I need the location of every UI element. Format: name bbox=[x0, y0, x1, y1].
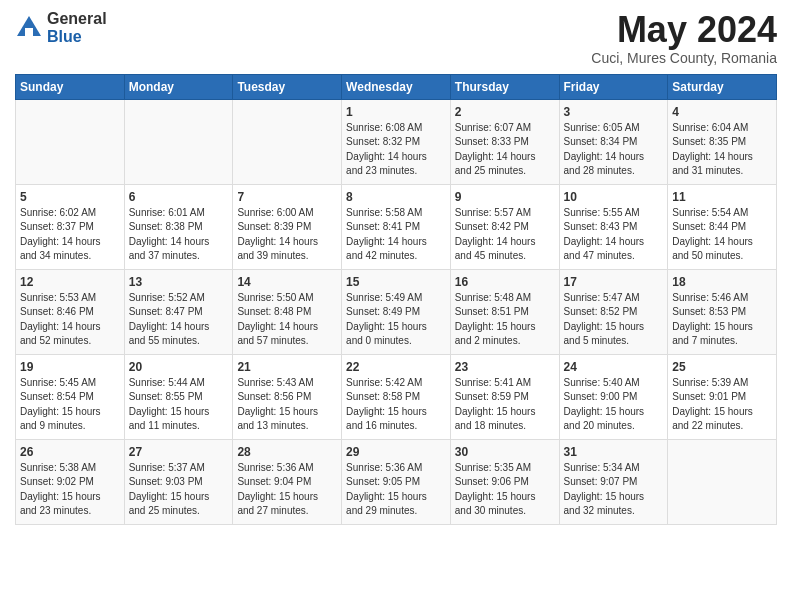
day-number: 17 bbox=[564, 275, 664, 289]
header-day-tuesday: Tuesday bbox=[233, 74, 342, 99]
location-subtitle: Cuci, Mures County, Romania bbox=[591, 50, 777, 66]
calendar-day-cell: 10Sunrise: 5:55 AM Sunset: 8:43 PM Dayli… bbox=[559, 184, 668, 269]
calendar-week-row: 26Sunrise: 5:38 AM Sunset: 9:02 PM Dayli… bbox=[16, 439, 777, 524]
day-number: 29 bbox=[346, 445, 446, 459]
day-number: 11 bbox=[672, 190, 772, 204]
day-info: Sunrise: 5:44 AM Sunset: 8:55 PM Dayligh… bbox=[129, 376, 229, 434]
page-header: General Blue May 2024 Cuci, Mures County… bbox=[15, 10, 777, 66]
day-info: Sunrise: 6:05 AM Sunset: 8:34 PM Dayligh… bbox=[564, 121, 664, 179]
day-number: 28 bbox=[237, 445, 337, 459]
day-number: 25 bbox=[672, 360, 772, 374]
day-info: Sunrise: 5:36 AM Sunset: 9:05 PM Dayligh… bbox=[346, 461, 446, 519]
day-number: 13 bbox=[129, 275, 229, 289]
day-number: 15 bbox=[346, 275, 446, 289]
day-number: 26 bbox=[20, 445, 120, 459]
logo: General Blue bbox=[15, 10, 107, 46]
day-number: 16 bbox=[455, 275, 555, 289]
day-number: 7 bbox=[237, 190, 337, 204]
day-number: 27 bbox=[129, 445, 229, 459]
calendar-day-cell: 20Sunrise: 5:44 AM Sunset: 8:55 PM Dayli… bbox=[124, 354, 233, 439]
calendar-day-cell: 17Sunrise: 5:47 AM Sunset: 8:52 PM Dayli… bbox=[559, 269, 668, 354]
month-year-title: May 2024 bbox=[591, 10, 777, 50]
calendar-day-cell: 28Sunrise: 5:36 AM Sunset: 9:04 PM Dayli… bbox=[233, 439, 342, 524]
calendar-day-cell: 13Sunrise: 5:52 AM Sunset: 8:47 PM Dayli… bbox=[124, 269, 233, 354]
calendar-day-cell: 1Sunrise: 6:08 AM Sunset: 8:32 PM Daylig… bbox=[342, 99, 451, 184]
calendar-day-cell bbox=[16, 99, 125, 184]
day-number: 21 bbox=[237, 360, 337, 374]
day-number: 9 bbox=[455, 190, 555, 204]
calendar-day-cell: 15Sunrise: 5:49 AM Sunset: 8:49 PM Dayli… bbox=[342, 269, 451, 354]
calendar-day-cell: 3Sunrise: 6:05 AM Sunset: 8:34 PM Daylig… bbox=[559, 99, 668, 184]
calendar-day-cell: 26Sunrise: 5:38 AM Sunset: 9:02 PM Dayli… bbox=[16, 439, 125, 524]
calendar-day-cell: 29Sunrise: 5:36 AM Sunset: 9:05 PM Dayli… bbox=[342, 439, 451, 524]
day-info: Sunrise: 6:07 AM Sunset: 8:33 PM Dayligh… bbox=[455, 121, 555, 179]
day-info: Sunrise: 5:48 AM Sunset: 8:51 PM Dayligh… bbox=[455, 291, 555, 349]
day-number: 10 bbox=[564, 190, 664, 204]
day-number: 20 bbox=[129, 360, 229, 374]
calendar-day-cell: 2Sunrise: 6:07 AM Sunset: 8:33 PM Daylig… bbox=[450, 99, 559, 184]
calendar-day-cell: 21Sunrise: 5:43 AM Sunset: 8:56 PM Dayli… bbox=[233, 354, 342, 439]
day-info: Sunrise: 5:54 AM Sunset: 8:44 PM Dayligh… bbox=[672, 206, 772, 264]
title-block: May 2024 Cuci, Mures County, Romania bbox=[591, 10, 777, 66]
logo-icon bbox=[15, 14, 43, 42]
day-info: Sunrise: 5:45 AM Sunset: 8:54 PM Dayligh… bbox=[20, 376, 120, 434]
day-info: Sunrise: 5:43 AM Sunset: 8:56 PM Dayligh… bbox=[237, 376, 337, 434]
calendar-day-cell: 11Sunrise: 5:54 AM Sunset: 8:44 PM Dayli… bbox=[668, 184, 777, 269]
day-number: 24 bbox=[564, 360, 664, 374]
header-day-thursday: Thursday bbox=[450, 74, 559, 99]
day-number: 3 bbox=[564, 105, 664, 119]
calendar-day-cell: 14Sunrise: 5:50 AM Sunset: 8:48 PM Dayli… bbox=[233, 269, 342, 354]
day-number: 6 bbox=[129, 190, 229, 204]
calendar-day-cell: 4Sunrise: 6:04 AM Sunset: 8:35 PM Daylig… bbox=[668, 99, 777, 184]
day-info: Sunrise: 5:46 AM Sunset: 8:53 PM Dayligh… bbox=[672, 291, 772, 349]
day-info: Sunrise: 5:37 AM Sunset: 9:03 PM Dayligh… bbox=[129, 461, 229, 519]
header-day-sunday: Sunday bbox=[16, 74, 125, 99]
day-number: 2 bbox=[455, 105, 555, 119]
header-day-wednesday: Wednesday bbox=[342, 74, 451, 99]
day-number: 1 bbox=[346, 105, 446, 119]
day-info: Sunrise: 5:39 AM Sunset: 9:01 PM Dayligh… bbox=[672, 376, 772, 434]
calendar-day-cell: 5Sunrise: 6:02 AM Sunset: 8:37 PM Daylig… bbox=[16, 184, 125, 269]
calendar-day-cell: 19Sunrise: 5:45 AM Sunset: 8:54 PM Dayli… bbox=[16, 354, 125, 439]
day-number: 23 bbox=[455, 360, 555, 374]
calendar-day-cell: 30Sunrise: 5:35 AM Sunset: 9:06 PM Dayli… bbox=[450, 439, 559, 524]
calendar-day-cell: 6Sunrise: 6:01 AM Sunset: 8:38 PM Daylig… bbox=[124, 184, 233, 269]
calendar-week-row: 1Sunrise: 6:08 AM Sunset: 8:32 PM Daylig… bbox=[16, 99, 777, 184]
calendar-day-cell bbox=[233, 99, 342, 184]
day-number: 5 bbox=[20, 190, 120, 204]
calendar-week-row: 12Sunrise: 5:53 AM Sunset: 8:46 PM Dayli… bbox=[16, 269, 777, 354]
day-info: Sunrise: 6:04 AM Sunset: 8:35 PM Dayligh… bbox=[672, 121, 772, 179]
svg-rect-1 bbox=[25, 28, 33, 36]
calendar-week-row: 5Sunrise: 6:02 AM Sunset: 8:37 PM Daylig… bbox=[16, 184, 777, 269]
day-number: 4 bbox=[672, 105, 772, 119]
day-info: Sunrise: 6:01 AM Sunset: 8:38 PM Dayligh… bbox=[129, 206, 229, 264]
day-info: Sunrise: 5:40 AM Sunset: 9:00 PM Dayligh… bbox=[564, 376, 664, 434]
calendar-table: SundayMondayTuesdayWednesdayThursdayFrid… bbox=[15, 74, 777, 525]
calendar-day-cell: 9Sunrise: 5:57 AM Sunset: 8:42 PM Daylig… bbox=[450, 184, 559, 269]
day-info: Sunrise: 5:49 AM Sunset: 8:49 PM Dayligh… bbox=[346, 291, 446, 349]
day-info: Sunrise: 5:42 AM Sunset: 8:58 PM Dayligh… bbox=[346, 376, 446, 434]
calendar-day-cell: 24Sunrise: 5:40 AM Sunset: 9:00 PM Dayli… bbox=[559, 354, 668, 439]
calendar-day-cell: 16Sunrise: 5:48 AM Sunset: 8:51 PM Dayli… bbox=[450, 269, 559, 354]
day-info: Sunrise: 6:02 AM Sunset: 8:37 PM Dayligh… bbox=[20, 206, 120, 264]
calendar-day-cell: 8Sunrise: 5:58 AM Sunset: 8:41 PM Daylig… bbox=[342, 184, 451, 269]
day-info: Sunrise: 5:57 AM Sunset: 8:42 PM Dayligh… bbox=[455, 206, 555, 264]
day-info: Sunrise: 5:38 AM Sunset: 9:02 PM Dayligh… bbox=[20, 461, 120, 519]
day-info: Sunrise: 5:34 AM Sunset: 9:07 PM Dayligh… bbox=[564, 461, 664, 519]
calendar-day-cell: 18Sunrise: 5:46 AM Sunset: 8:53 PM Dayli… bbox=[668, 269, 777, 354]
calendar-day-cell: 7Sunrise: 6:00 AM Sunset: 8:39 PM Daylig… bbox=[233, 184, 342, 269]
day-number: 22 bbox=[346, 360, 446, 374]
calendar-day-cell: 27Sunrise: 5:37 AM Sunset: 9:03 PM Dayli… bbox=[124, 439, 233, 524]
day-info: Sunrise: 5:58 AM Sunset: 8:41 PM Dayligh… bbox=[346, 206, 446, 264]
logo-general-text: General bbox=[47, 10, 107, 27]
day-number: 30 bbox=[455, 445, 555, 459]
day-number: 8 bbox=[346, 190, 446, 204]
calendar-day-cell: 25Sunrise: 5:39 AM Sunset: 9:01 PM Dayli… bbox=[668, 354, 777, 439]
header-row: SundayMondayTuesdayWednesdayThursdayFrid… bbox=[16, 74, 777, 99]
day-info: Sunrise: 6:08 AM Sunset: 8:32 PM Dayligh… bbox=[346, 121, 446, 179]
day-info: Sunrise: 5:36 AM Sunset: 9:04 PM Dayligh… bbox=[237, 461, 337, 519]
day-info: Sunrise: 5:53 AM Sunset: 8:46 PM Dayligh… bbox=[20, 291, 120, 349]
day-info: Sunrise: 5:47 AM Sunset: 8:52 PM Dayligh… bbox=[564, 291, 664, 349]
day-info: Sunrise: 5:55 AM Sunset: 8:43 PM Dayligh… bbox=[564, 206, 664, 264]
calendar-day-cell bbox=[668, 439, 777, 524]
